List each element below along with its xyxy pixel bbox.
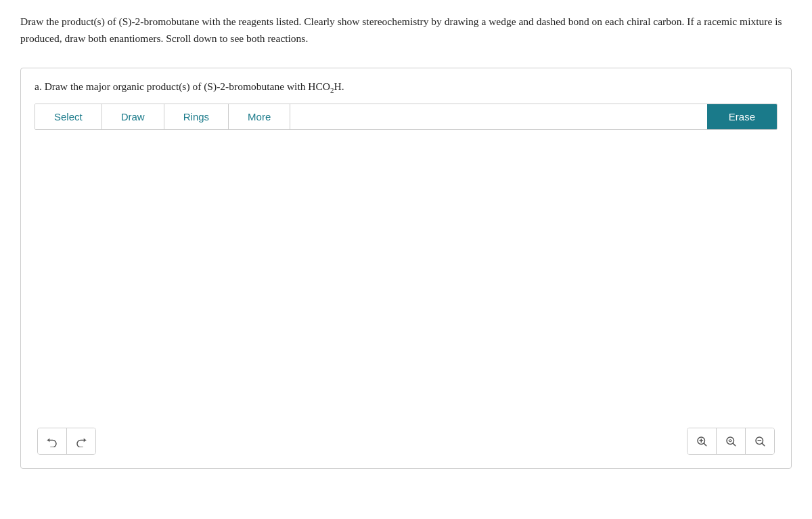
toolbar: Select Draw Rings More Erase [35, 104, 777, 130]
undo-icon [46, 435, 58, 447]
zoom-out-icon [754, 435, 766, 447]
zoom-in-icon [696, 435, 708, 447]
question-container: a. Draw the major organic product(s) of … [20, 68, 792, 469]
svg-line-3 [704, 443, 706, 445]
svg-line-5 [733, 443, 735, 445]
intro-text: Draw the product(s) of (S)-2-bromobutane… [20, 14, 792, 47]
select-tool[interactable]: Select [35, 104, 102, 129]
redo-icon [75, 435, 87, 447]
question-label-suffix: H. [334, 81, 344, 92]
undo-button[interactable] [38, 428, 67, 454]
zoom-out-button[interactable] [746, 428, 774, 454]
history-controls [37, 428, 96, 455]
bottom-controls [35, 428, 777, 455]
draw-tool[interactable]: Draw [102, 104, 164, 129]
rings-tool[interactable]: Rings [164, 104, 229, 129]
more-tool[interactable]: More [229, 104, 290, 129]
svg-line-8 [762, 443, 764, 445]
question-label: a. Draw the major organic product(s) of … [35, 81, 777, 94]
zoom-in-button[interactable] [687, 428, 717, 454]
zoom-reset-button[interactable] [717, 428, 746, 454]
question-label-prefix: a. Draw the major organic product(s) of … [35, 81, 330, 92]
drawing-area[interactable] [35, 130, 777, 421]
erase-button[interactable]: Erase [707, 104, 777, 129]
toolbar-spacer [290, 104, 707, 129]
redo-button[interactable] [67, 428, 95, 454]
zoom-controls [687, 428, 775, 455]
zoom-reset-icon [725, 435, 737, 447]
